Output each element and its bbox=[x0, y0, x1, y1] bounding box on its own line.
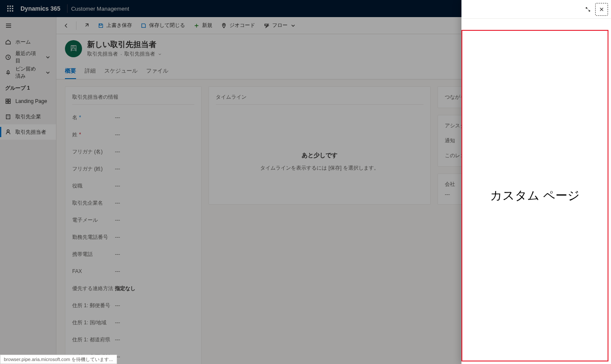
custom-page-label: カスタム ページ bbox=[490, 188, 580, 204]
modal-scrim[interactable] bbox=[0, 0, 461, 364]
close-button[interactable] bbox=[596, 3, 608, 15]
side-panel: カスタム ページ bbox=[461, 0, 611, 364]
status-text: browser.pipe.aria.microsoft.com を待機しています… bbox=[4, 356, 113, 363]
browser-status-bar: browser.pipe.aria.microsoft.com を待機しています… bbox=[0, 355, 117, 364]
panel-body: カスタム ページ bbox=[461, 30, 608, 361]
close-icon bbox=[599, 6, 605, 12]
panel-header bbox=[461, 0, 611, 19]
expand-icon bbox=[585, 6, 591, 12]
expand-button[interactable] bbox=[582, 3, 594, 15]
